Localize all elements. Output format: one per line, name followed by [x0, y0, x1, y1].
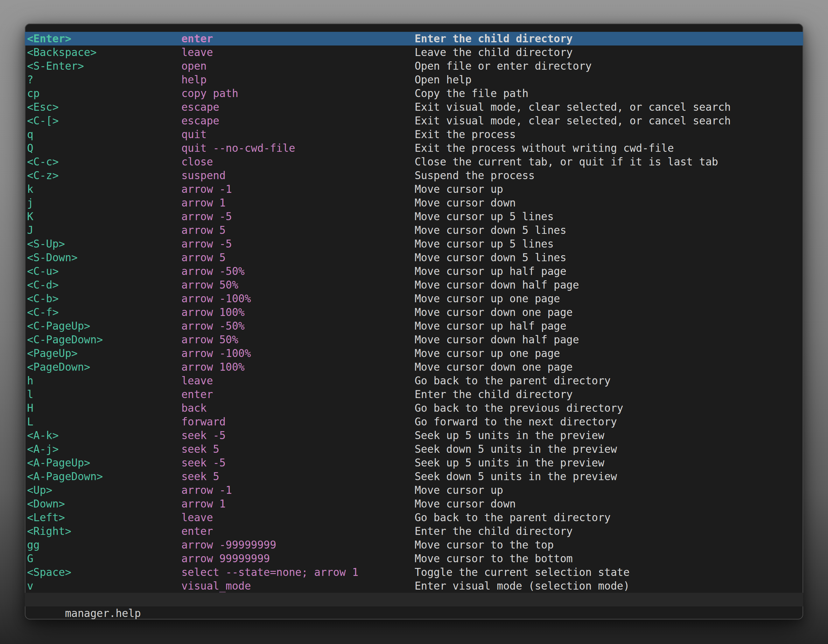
keybinding-command: arrow -100% — [181, 292, 415, 306]
keybinding-description: Move cursor down — [415, 196, 803, 210]
keybinding-row[interactable]: <C-d> arrow 50% Move cursor down half pa… — [25, 278, 803, 292]
keybinding-description: Toggle the current selection state — [415, 566, 803, 579]
keybinding-row[interactable]: <Esc> escape Exit visual mode, clear sel… — [25, 100, 803, 114]
keybinding-command: arrow 5 — [181, 251, 415, 265]
keybinding-command: arrow 5 — [181, 223, 415, 237]
keybinding-row[interactable]: <C-PageDown> arrow 50% Move cursor down … — [25, 333, 803, 346]
keybinding-command: arrow -5 — [181, 237, 415, 251]
keybinding-key: K — [27, 210, 181, 223]
keybinding-row[interactable]: ? help Open help — [25, 73, 803, 86]
keybinding-row[interactable]: <S-Down> arrow 5 Move cursor down 5 line… — [25, 251, 803, 265]
keybinding-key: <C-z> — [27, 169, 181, 182]
keybinding-description: Go back to the parent directory — [415, 374, 803, 387]
keybinding-key: L — [27, 415, 181, 429]
keybinding-row[interactable]: <A-j> seek 5 Seek down 5 units in the pr… — [25, 442, 803, 456]
keybinding-description: Move cursor up one page — [415, 346, 803, 360]
keybinding-row[interactable]: <Left> leave Go back to the parent direc… — [25, 511, 803, 524]
keybinding-row[interactable]: <PageDown> arrow 100% Move cursor down o… — [25, 360, 803, 374]
keybinding-row[interactable]: q quit Exit the process — [25, 128, 803, 141]
keybinding-command: leave — [181, 45, 415, 59]
keybinding-key: <C-PageDown> — [27, 333, 181, 346]
keybinding-row[interactable]: j arrow 1 Move cursor down — [25, 196, 803, 210]
keybinding-key: q — [27, 128, 181, 141]
keybinding-row[interactable]: <C-u> arrow -50% Move cursor up half pag… — [25, 265, 803, 278]
keybinding-key: <Down> — [27, 497, 181, 511]
keybinding-list: <Enter> enter Enter the child directory … — [25, 32, 803, 593]
keybinding-description: Enter the child directory — [415, 387, 803, 401]
keybinding-key: H — [27, 401, 181, 415]
keybinding-row[interactable]: <Enter> enter Enter the child directory — [25, 32, 803, 45]
keybinding-row[interactable]: cp copy path Copy the file path — [25, 86, 803, 100]
keybinding-command: leave — [181, 374, 415, 387]
keybinding-row[interactable]: <C-z> suspend Suspend the process — [25, 169, 803, 182]
keybinding-key: <Esc> — [27, 100, 181, 114]
keybinding-row[interactable]: <C-c> close Close the current tab, or qu… — [25, 155, 803, 169]
keybinding-description: Move cursor up 5 lines — [415, 210, 803, 223]
keybinding-command: escape — [181, 114, 415, 128]
keybinding-command: enter — [181, 524, 415, 538]
keybinding-command: arrow 1 — [181, 497, 415, 511]
status-bar: manager.help — [25, 593, 803, 606]
keybinding-row[interactable]: <S-Enter> open Open file or enter direct… — [25, 59, 803, 73]
keybinding-row[interactable]: L forward Go forward to the next directo… — [25, 415, 803, 429]
keybinding-row[interactable]: K arrow -5 Move cursor up 5 lines — [25, 210, 803, 223]
keybinding-row[interactable]: k arrow -1 Move cursor up — [25, 182, 803, 196]
keybinding-row[interactable]: gg arrow -99999999 Move cursor to the to… — [25, 538, 803, 552]
keybinding-key: <PageUp> — [27, 346, 181, 360]
keybinding-row[interactable]: v visual_mode Enter visual mode (selecti… — [25, 579, 803, 593]
keybinding-command: seek -5 — [181, 429, 415, 442]
keybinding-command: open — [181, 59, 415, 73]
keybinding-key: <A-PageUp> — [27, 456, 181, 470]
keybinding-key: J — [27, 223, 181, 237]
keybinding-row[interactable]: G arrow 99999999 Move cursor to the bott… — [25, 552, 803, 566]
keybinding-description: Move cursor up one page — [415, 292, 803, 306]
keybinding-row[interactable]: <C-b> arrow -100% Move cursor up one pag… — [25, 292, 803, 306]
keybinding-row[interactable]: <S-Up> arrow -5 Move cursor up 5 lines — [25, 237, 803, 251]
keybinding-row[interactable]: <Space> select --state=none; arrow 1 Tog… — [25, 566, 803, 579]
keybinding-description: Move cursor down 5 lines — [415, 251, 803, 265]
keybinding-row[interactable]: <Backspace> leave Leave the child direct… — [25, 45, 803, 59]
keybinding-row[interactable]: <C-[> escape Exit visual mode, clear sel… — [25, 114, 803, 128]
keybinding-description: Go back to the previous directory — [415, 401, 803, 415]
keybinding-description: Move cursor down half page — [415, 278, 803, 292]
keybinding-row[interactable]: J arrow 5 Move cursor down 5 lines — [25, 223, 803, 237]
keybinding-row[interactable]: <A-PageUp> seek -5 Seek up 5 units in th… — [25, 456, 803, 470]
keybinding-description: Move cursor down — [415, 497, 803, 511]
keybinding-key: <C-d> — [27, 278, 181, 292]
keybinding-description: Seek down 5 units in the preview — [415, 470, 803, 483]
keybinding-row[interactable]: h leave Go back to the parent directory — [25, 374, 803, 387]
keybinding-row[interactable]: l enter Enter the child directory — [25, 387, 803, 401]
keybinding-key: j — [27, 196, 181, 210]
keybinding-row[interactable]: <A-k> seek -5 Seek up 5 units in the pre… — [25, 429, 803, 442]
keybinding-description: Enter the child directory — [415, 524, 803, 538]
keybinding-row[interactable]: H back Go back to the previous directory — [25, 401, 803, 415]
keybinding-description: Copy the file path — [415, 86, 803, 100]
keybinding-description: Move cursor down one page — [415, 306, 803, 319]
keybinding-row[interactable]: <C-PageUp> arrow -50% Move cursor up hal… — [25, 319, 803, 333]
keybinding-row[interactable]: <PageUp> arrow -100% Move cursor up one … — [25, 346, 803, 360]
keybinding-description: Seek down 5 units in the preview — [415, 442, 803, 456]
keybinding-description: Move cursor up — [415, 483, 803, 497]
keybinding-description: Move cursor up 5 lines — [415, 237, 803, 251]
keybinding-row[interactable]: <Right> enter Enter the child directory — [25, 524, 803, 538]
keybinding-key: <Right> — [27, 524, 181, 538]
keybinding-description: Open help — [415, 73, 803, 86]
keybinding-description: Exit visual mode, clear selected, or can… — [415, 100, 803, 114]
keybinding-key: <A-k> — [27, 429, 181, 442]
keybinding-row[interactable]: <Up> arrow -1 Move cursor up — [25, 483, 803, 497]
keybinding-command: help — [181, 73, 415, 86]
keybinding-description: Go back to the parent directory — [415, 511, 803, 524]
keybinding-description: Enter the child directory — [415, 32, 803, 45]
keybinding-key: <C-c> — [27, 155, 181, 169]
keybinding-key: <S-Down> — [27, 251, 181, 265]
keybinding-command: seek 5 — [181, 442, 415, 456]
keybinding-row[interactable]: Q quit --no-cwd-file Exit the process wi… — [25, 141, 803, 155]
keybinding-key: <S-Enter> — [27, 59, 181, 73]
keybinding-key: <C-[> — [27, 114, 181, 128]
keybinding-key: gg — [27, 538, 181, 552]
keybinding-row[interactable]: <A-PageDown> seek 5 Seek down 5 units in… — [25, 470, 803, 483]
keybinding-row[interactable]: <Down> arrow 1 Move cursor down — [25, 497, 803, 511]
keybinding-command: arrow 100% — [181, 360, 415, 374]
keybinding-row[interactable]: <C-f> arrow 100% Move cursor down one pa… — [25, 306, 803, 319]
keybinding-description: Move cursor down 5 lines — [415, 223, 803, 237]
